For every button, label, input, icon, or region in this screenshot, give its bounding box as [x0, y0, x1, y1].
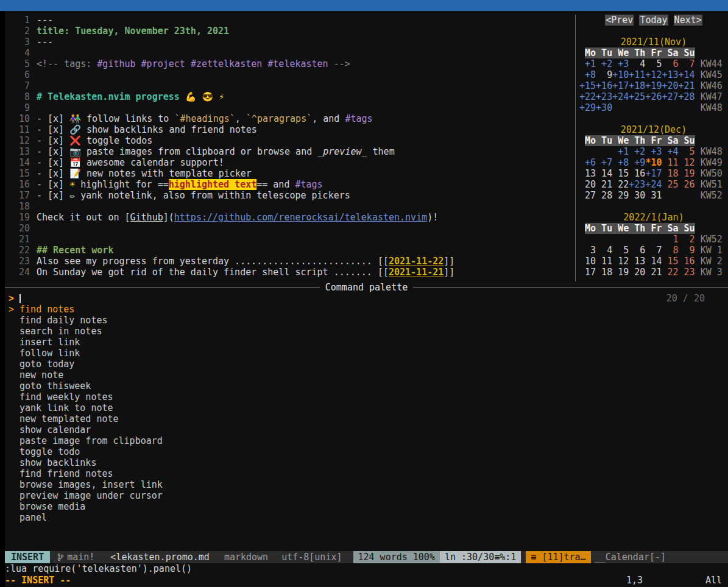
- calendar-week-row[interactable]: 10 11 12 13 14 15 16 KW 2: [579, 256, 728, 267]
- editor-line[interactable]: 21: [5, 234, 573, 245]
- palette-item-label: find notes: [19, 304, 74, 315]
- editor-line[interactable]: 16- [x] ☀ highlight for ==highlighted te…: [5, 179, 573, 190]
- editor-line[interactable]: 12- [x] ❌ toggle todos: [5, 135, 573, 146]
- palette-item[interactable]: new templated note: [9, 413, 728, 424]
- git-branch: main!: [50, 551, 103, 563]
- tag-token: #tags: [345, 113, 372, 124]
- palette-item[interactable]: find friend notes: [9, 468, 728, 479]
- text-segment: +23+24: [629, 179, 662, 190]
- text-segment: +1 +2 +3: [579, 58, 629, 69]
- scroll-position: All: [705, 575, 728, 587]
- calendar-week-row[interactable]: 27 28 29 30 31 KW52: [579, 190, 728, 201]
- text-segment: ✏: [69, 190, 80, 201]
- calendar-next-button[interactable]: Next>: [674, 15, 702, 26]
- palette-item[interactable]: browse images, insert link: [9, 479, 728, 490]
- text-segment: ---: [37, 15, 53, 26]
- line-number: 17: [5, 190, 30, 201]
- editor-line[interactable]: 10- [x] 👫 follow links to `#headings`, `…: [5, 113, 573, 124]
- line-number: 7: [5, 80, 30, 91]
- text-segment: [185, 58, 191, 69]
- calendar-week-row[interactable]: +1 +2 +3 4 5 6 7 KW44: [579, 58, 728, 69]
- calendar-weekday-header: Mo Tu We Th Fr Sa Su: [579, 135, 728, 146]
- calendar-week-row[interactable]: 13 14 15 16+17 18 19 KW50: [579, 168, 728, 179]
- editor-line[interactable]: 4: [5, 47, 573, 58]
- line-number: 11: [5, 124, 30, 135]
- palette-item[interactable]: insert link: [9, 337, 728, 348]
- editor-line[interactable]: 24On Sunday we got rid of the daily find…: [5, 267, 573, 278]
- window-separator[interactable]: [573, 15, 578, 281]
- text-segment: KW45: [695, 69, 723, 80]
- editor-line[interactable]: 7: [5, 80, 573, 91]
- palette-item[interactable]: search in notes: [9, 326, 728, 337]
- text-segment: KW51: [695, 179, 723, 190]
- text-segment: highlighted text: [169, 179, 257, 190]
- editor-line[interactable]: 20: [5, 223, 573, 234]
- editor-line[interactable]: 9: [5, 102, 573, 113]
- calendar-week-row[interactable]: +8 9+10+11+12+13+14 KW45: [579, 69, 728, 80]
- mode-indicator: INSERT: [5, 551, 50, 563]
- text-segment: 17 18 19 20 21: [579, 267, 662, 278]
- palette-item[interactable]: show backlinks: [9, 457, 728, 468]
- calendar-prev-button[interactable]: <Prev: [605, 15, 634, 26]
- palette-item[interactable]: follow link: [9, 348, 728, 359]
- buffer-list-icon: ≡: [531, 552, 536, 563]
- palette-window-title: Command palette: [320, 282, 413, 293]
- editor-line[interactable]: 3---: [5, 37, 573, 47]
- palette-item[interactable]: yank link to note: [9, 402, 728, 413]
- line-number: 21: [5, 234, 30, 245]
- editor-line[interactable]: 13- [x] 📷 paste images from clipboard or…: [5, 146, 573, 157]
- text-segment: 3 4 5 6 7: [579, 245, 662, 256]
- editor-line[interactable]: 1---: [5, 15, 573, 26]
- editor-line[interactable]: 23Also see my progress from yesterday ..…: [5, 256, 573, 267]
- text-segment: 5: [679, 146, 695, 157]
- text-segment: 2021-11-21: [389, 267, 444, 278]
- text-segment: 2021-11-22: [389, 256, 444, 267]
- palette-item[interactable]: find daily notes: [9, 315, 728, 326]
- palette-item[interactable]: new note: [9, 370, 728, 381]
- editor-line[interactable]: 19Check it out on [Github](https://githu…: [5, 212, 573, 223]
- palette-item[interactable]: goto thisweek: [9, 381, 728, 392]
- calendar-week-row[interactable]: 3 4 5 6 7 8 9 KW 1: [579, 245, 728, 256]
- calendar-today-button[interactable]: Today: [639, 15, 668, 26]
- text-segment: https://github.com/renerocksai/telekaste…: [174, 212, 427, 223]
- palette-item[interactable]: find weekly notes: [9, 392, 728, 402]
- calendar-week-row[interactable]: 1 2 KW52: [579, 234, 728, 245]
- palette-item[interactable]: paste image from clipboard: [9, 435, 728, 446]
- palette-search-input[interactable]: > 20 / 20: [9, 293, 728, 304]
- calendar-week-row[interactable]: +22+23+24+25+26+27+28 KW47: [579, 91, 728, 102]
- tag-token: #project: [141, 58, 185, 69]
- line-number: 2: [5, 26, 30, 37]
- palette-item[interactable]: browse media: [9, 501, 728, 512]
- palette-item-selected[interactable]: > find notes: [9, 304, 728, 315]
- calendar-week-row[interactable]: +15+16+17+18+19+20+21 KW46: [579, 80, 728, 91]
- calendar-week-row[interactable]: +6 +7 +8 +9*10 11 12 KW49: [579, 157, 728, 168]
- editor-line[interactable]: 18: [5, 201, 573, 212]
- calendar-week-row[interactable]: 20 21 22+23+24 25 26 KW51: [579, 179, 728, 190]
- palette-item[interactable]: goto today: [9, 359, 728, 370]
- editor-line[interactable]: 17- [x] ✏ yank notelink, also from withi…: [5, 190, 573, 201]
- editor-line[interactable]: 6: [5, 69, 573, 80]
- line-text: Also see my progress from yesterday ....…: [37, 256, 454, 267]
- text-segment: 📝: [69, 168, 87, 179]
- editor-line[interactable]: 22## Recent work: [5, 245, 573, 256]
- text-segment: 25 26: [662, 179, 694, 190]
- text-segment: [579, 146, 612, 157]
- editor-line[interactable]: 5<!-- tags: #github #project #zettelkast…: [5, 58, 573, 69]
- calendar-week-row[interactable]: +29+30 KW48: [579, 102, 728, 113]
- editor-line[interactable]: 8# Telekasten.nvim progress 💪 😎 ⚡: [5, 91, 573, 102]
- palette-item[interactable]: show calendar: [9, 424, 728, 435]
- editor-line[interactable]: 11- [x] 🔗 show backlinks and friend note…: [5, 124, 573, 135]
- palette-item[interactable]: toggle todo: [9, 446, 728, 457]
- editor-buffer[interactable]: 1---2title: Tuesday, November 23th, 2021…: [5, 15, 573, 281]
- editor-line[interactable]: 2title: Tuesday, November 23th, 2021: [5, 26, 573, 37]
- calendar-week-row[interactable]: +1 +2 +3 +4 5 KW48: [579, 146, 728, 157]
- palette-item[interactable]: preview image under cursor: [9, 490, 728, 501]
- editor-line[interactable]: 14- [x] 📅 awesome calendar support!: [5, 157, 573, 168]
- palette-item[interactable]: panel: [9, 512, 728, 523]
- prompt-caret-icon: >: [9, 293, 19, 304]
- line-number: 5: [5, 58, 30, 69]
- text-segment: ]]: [444, 256, 454, 267]
- editor-line[interactable]: 15- [x] 📝 new notes with template picker: [5, 168, 573, 179]
- calendar-week-row[interactable]: 17 18 19 20 21 22 23 KW 3: [579, 267, 728, 278]
- command-line[interactable]: :lua require('telekasten').panel(): [5, 563, 728, 575]
